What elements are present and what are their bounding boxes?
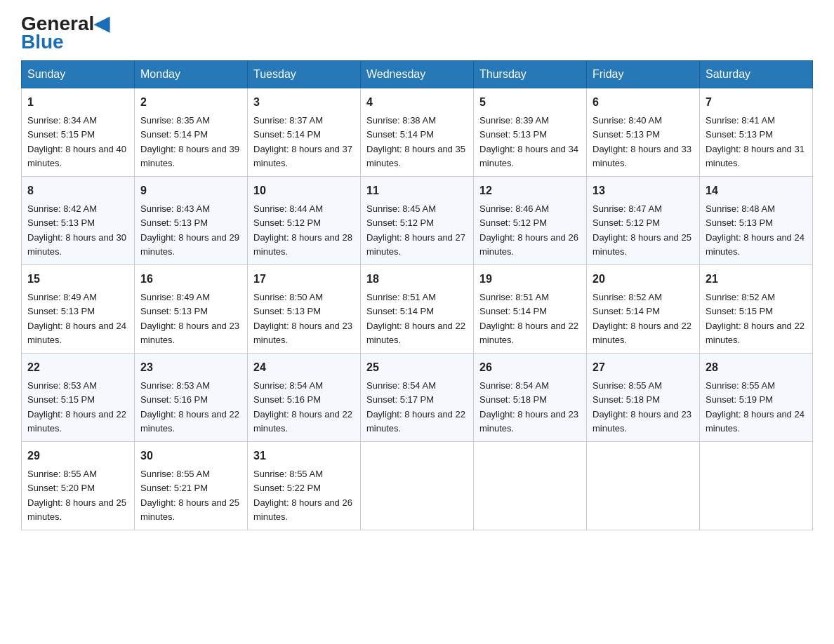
calendar-cell: 7 Sunrise: 8:41 AMSunset: 5:13 PMDayligh…	[700, 88, 813, 177]
day-number: 18	[366, 271, 468, 288]
day-number: 22	[27, 359, 128, 376]
calendar-cell: 21 Sunrise: 8:52 AMSunset: 5:15 PMDaylig…	[700, 265, 813, 354]
weekday-header-thursday: Thursday	[474, 61, 587, 88]
calendar-cell: 29 Sunrise: 8:55 AMSunset: 5:20 PMDaylig…	[22, 442, 135, 530]
day-info: Sunrise: 8:45 AMSunset: 5:12 PMDaylight:…	[366, 203, 465, 257]
day-info: Sunrise: 8:53 AMSunset: 5:16 PMDaylight:…	[140, 380, 239, 434]
day-number: 28	[706, 359, 807, 376]
weekday-header-sunday: Sunday	[22, 61, 135, 88]
calendar-cell: 8 Sunrise: 8:42 AMSunset: 5:13 PMDayligh…	[22, 177, 135, 265]
logo-blue-text: Blue	[21, 31, 64, 53]
day-number: 30	[140, 448, 241, 464]
day-info: Sunrise: 8:54 AMSunset: 5:16 PMDaylight:…	[253, 380, 352, 434]
calendar-cell: 1 Sunrise: 8:34 AMSunset: 5:15 PMDayligh…	[22, 88, 135, 177]
day-info: Sunrise: 8:55 AMSunset: 5:18 PMDaylight:…	[593, 380, 691, 434]
weekday-header-monday: Monday	[135, 61, 248, 88]
calendar-cell: 31 Sunrise: 8:55 AMSunset: 5:22 PMDaylig…	[248, 442, 361, 530]
day-number: 14	[706, 182, 807, 199]
day-info: Sunrise: 8:42 AMSunset: 5:13 PMDaylight:…	[27, 203, 126, 257]
calendar-cell: 23 Sunrise: 8:53 AMSunset: 5:16 PMDaylig…	[135, 354, 248, 442]
day-info: Sunrise: 8:55 AMSunset: 5:19 PMDaylight:…	[706, 380, 805, 434]
calendar-cell	[587, 442, 700, 530]
calendar-cell: 3 Sunrise: 8:37 AMSunset: 5:14 PMDayligh…	[248, 88, 361, 177]
calendar-cell: 10 Sunrise: 8:44 AMSunset: 5:12 PMDaylig…	[248, 177, 361, 265]
day-info: Sunrise: 8:54 AMSunset: 5:18 PMDaylight:…	[479, 380, 578, 434]
day-info: Sunrise: 8:55 AMSunset: 5:20 PMDaylight:…	[27, 469, 126, 522]
day-number: 29	[27, 448, 128, 464]
day-info: Sunrise: 8:37 AMSunset: 5:14 PMDaylight:…	[253, 115, 352, 168]
day-info: Sunrise: 8:52 AMSunset: 5:15 PMDaylight:…	[706, 292, 805, 345]
calendar-cell: 25 Sunrise: 8:54 AMSunset: 5:17 PMDaylig…	[361, 354, 474, 442]
calendar-cell: 11 Sunrise: 8:45 AMSunset: 5:12 PMDaylig…	[361, 177, 474, 265]
logo-triangle-icon: ◀	[94, 13, 110, 34]
day-info: Sunrise: 8:55 AMSunset: 5:22 PMDaylight:…	[253, 469, 352, 522]
calendar-cell: 13 Sunrise: 8:47 AMSunset: 5:12 PMDaylig…	[587, 177, 700, 265]
calendar-header: SundayMondayTuesdayWednesdayThursdayFrid…	[22, 61, 813, 88]
day-info: Sunrise: 8:46 AMSunset: 5:12 PMDaylight:…	[479, 203, 578, 257]
day-info: Sunrise: 8:38 AMSunset: 5:14 PMDaylight:…	[366, 115, 465, 168]
day-number: 5	[479, 94, 581, 111]
day-number: 12	[479, 182, 581, 199]
weekday-header-saturday: Saturday	[700, 61, 813, 88]
day-number: 9	[140, 182, 241, 199]
day-info: Sunrise: 8:40 AMSunset: 5:13 PMDaylight:…	[593, 115, 691, 168]
weekday-header-tuesday: Tuesday	[248, 61, 361, 88]
calendar-cell: 15 Sunrise: 8:49 AMSunset: 5:13 PMDaylig…	[22, 265, 135, 354]
page-header: General◀ Blue	[21, 14, 813, 53]
day-info: Sunrise: 8:52 AMSunset: 5:14 PMDaylight:…	[593, 292, 691, 345]
calendar-week-row: 1 Sunrise: 8:34 AMSunset: 5:15 PMDayligh…	[22, 88, 813, 177]
calendar-week-row: 29 Sunrise: 8:55 AMSunset: 5:20 PMDaylig…	[22, 442, 813, 530]
day-info: Sunrise: 8:55 AMSunset: 5:21 PMDaylight:…	[140, 469, 239, 522]
calendar-cell: 16 Sunrise: 8:49 AMSunset: 5:13 PMDaylig…	[135, 265, 248, 354]
weekday-header-friday: Friday	[587, 61, 700, 88]
day-number: 27	[593, 359, 694, 376]
day-info: Sunrise: 8:47 AMSunset: 5:12 PMDaylight:…	[593, 203, 691, 257]
day-info: Sunrise: 8:51 AMSunset: 5:14 PMDaylight:…	[479, 292, 578, 345]
calendar-cell: 6 Sunrise: 8:40 AMSunset: 5:13 PMDayligh…	[587, 88, 700, 177]
day-number: 26	[479, 359, 581, 376]
logo: General◀ Blue	[21, 14, 110, 53]
day-number: 20	[593, 271, 694, 288]
day-info: Sunrise: 8:49 AMSunset: 5:13 PMDaylight:…	[27, 292, 126, 345]
calendar-week-row: 22 Sunrise: 8:53 AMSunset: 5:15 PMDaylig…	[22, 354, 813, 442]
calendar-cell: 14 Sunrise: 8:48 AMSunset: 5:13 PMDaylig…	[700, 177, 813, 265]
day-info: Sunrise: 8:48 AMSunset: 5:13 PMDaylight:…	[706, 203, 805, 257]
calendar-table: SundayMondayTuesdayWednesdayThursdayFrid…	[21, 60, 813, 530]
calendar-week-row: 15 Sunrise: 8:49 AMSunset: 5:13 PMDaylig…	[22, 265, 813, 354]
calendar-cell: 30 Sunrise: 8:55 AMSunset: 5:21 PMDaylig…	[135, 442, 248, 530]
day-info: Sunrise: 8:39 AMSunset: 5:13 PMDaylight:…	[479, 115, 578, 168]
day-number: 10	[253, 182, 355, 199]
weekday-header-wednesday: Wednesday	[361, 61, 474, 88]
day-info: Sunrise: 8:50 AMSunset: 5:13 PMDaylight:…	[253, 292, 352, 345]
day-number: 13	[593, 182, 694, 199]
day-info: Sunrise: 8:53 AMSunset: 5:15 PMDaylight:…	[27, 380, 126, 434]
day-info: Sunrise: 8:41 AMSunset: 5:13 PMDaylight:…	[706, 115, 805, 168]
calendar-cell: 22 Sunrise: 8:53 AMSunset: 5:15 PMDaylig…	[22, 354, 135, 442]
day-number: 8	[27, 182, 128, 199]
day-number: 7	[706, 94, 807, 111]
day-number: 11	[366, 182, 468, 199]
day-number: 6	[593, 94, 694, 111]
day-number: 15	[27, 271, 128, 288]
calendar-cell: 28 Sunrise: 8:55 AMSunset: 5:19 PMDaylig…	[700, 354, 813, 442]
day-number: 3	[253, 94, 355, 111]
day-number: 31	[253, 448, 355, 464]
calendar-cell: 4 Sunrise: 8:38 AMSunset: 5:14 PMDayligh…	[361, 88, 474, 177]
day-info: Sunrise: 8:49 AMSunset: 5:13 PMDaylight:…	[140, 292, 239, 345]
calendar-cell: 24 Sunrise: 8:54 AMSunset: 5:16 PMDaylig…	[248, 354, 361, 442]
calendar-cell: 26 Sunrise: 8:54 AMSunset: 5:18 PMDaylig…	[474, 354, 587, 442]
calendar-cell: 18 Sunrise: 8:51 AMSunset: 5:14 PMDaylig…	[361, 265, 474, 354]
day-info: Sunrise: 8:43 AMSunset: 5:13 PMDaylight:…	[140, 203, 239, 257]
calendar-cell	[474, 442, 587, 530]
calendar-cell: 2 Sunrise: 8:35 AMSunset: 5:14 PMDayligh…	[135, 88, 248, 177]
day-number: 17	[253, 271, 355, 288]
day-number: 24	[253, 359, 355, 376]
calendar-cell: 27 Sunrise: 8:55 AMSunset: 5:18 PMDaylig…	[587, 354, 700, 442]
calendar-cell: 20 Sunrise: 8:52 AMSunset: 5:14 PMDaylig…	[587, 265, 700, 354]
calendar-cell: 19 Sunrise: 8:51 AMSunset: 5:14 PMDaylig…	[474, 265, 587, 354]
day-info: Sunrise: 8:54 AMSunset: 5:17 PMDaylight:…	[366, 380, 465, 434]
calendar-cell: 5 Sunrise: 8:39 AMSunset: 5:13 PMDayligh…	[474, 88, 587, 177]
day-info: Sunrise: 8:34 AMSunset: 5:15 PMDaylight:…	[27, 115, 126, 168]
day-number: 4	[366, 94, 468, 111]
day-info: Sunrise: 8:35 AMSunset: 5:14 PMDaylight:…	[140, 115, 239, 168]
